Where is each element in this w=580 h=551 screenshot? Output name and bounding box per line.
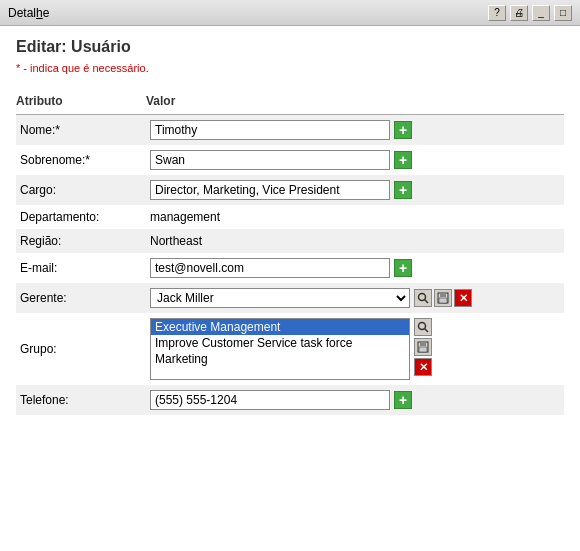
maximize-button[interactable]: □	[554, 5, 572, 21]
title-bar: Detalhe ? 🖨 _ □	[0, 0, 580, 26]
search-icon	[417, 292, 429, 304]
grupo-icon-group: ✕	[414, 318, 432, 376]
gerente-search-button[interactable]	[414, 289, 432, 307]
regiao-value: Northeast	[150, 234, 202, 248]
label-gerente: Gerente:	[16, 283, 146, 313]
gerente-icon-group: ✕	[414, 289, 472, 307]
help-button[interactable]: ?	[488, 5, 506, 21]
nome-plus-button[interactable]: +	[394, 121, 412, 139]
title-bar-buttons: ? 🖨 _ □	[488, 5, 572, 21]
table-header-row: Atributo Valor	[16, 90, 564, 115]
list-item[interactable]: Marketing	[151, 351, 409, 367]
row-sobrenome: Sobrenome:* +	[16, 145, 564, 175]
svg-line-1	[425, 300, 429, 304]
row-cargo: Cargo: +	[16, 175, 564, 205]
grupo-listbox[interactable]: Executive Management Improve Customer Se…	[150, 318, 410, 380]
row-regiao: Região: Northeast	[16, 229, 564, 253]
svg-line-6	[425, 329, 429, 333]
nome-field-group: +	[150, 120, 560, 140]
svg-rect-8	[420, 342, 426, 346]
sobrenome-plus-button[interactable]: +	[394, 151, 412, 169]
grupo-delete-button[interactable]: ✕	[414, 358, 432, 376]
grupo-save-button[interactable]	[414, 338, 432, 356]
value-col-nome: +	[146, 115, 564, 146]
label-cargo: Cargo:	[16, 175, 146, 205]
header-attribute: Atributo	[16, 90, 146, 115]
gerente-select[interactable]: Jack Miller	[150, 288, 410, 308]
label-regiao: Região:	[16, 229, 146, 253]
svg-point-5	[419, 323, 426, 330]
departamento-value: management	[150, 210, 220, 224]
email-plus-button[interactable]: +	[394, 259, 412, 277]
row-grupo: Grupo: Executive Management Improve Cust…	[16, 313, 564, 385]
label-telefone: Telefone:	[16, 385, 146, 415]
email-field-group: +	[150, 258, 560, 278]
row-gerente: Gerente: Jack Miller	[16, 283, 564, 313]
minimize-button[interactable]: _	[532, 5, 550, 21]
cargo-plus-button[interactable]: +	[394, 181, 412, 199]
gerente-save-button[interactable]	[434, 289, 452, 307]
value-col-telefone: +	[146, 385, 564, 415]
telefone-plus-button[interactable]: +	[394, 391, 412, 409]
telefone-input[interactable]	[150, 390, 390, 410]
label-sobrenome: Sobrenome:*	[16, 145, 146, 175]
value-col-sobrenome: +	[146, 145, 564, 175]
svg-rect-3	[440, 293, 446, 297]
form-table: Atributo Valor Nome:* + Sobrenome:* +	[16, 90, 564, 415]
telefone-field-group: +	[150, 390, 560, 410]
list-item[interactable]: Executive Management	[151, 319, 409, 335]
value-col-grupo: Executive Management Improve Customer Se…	[146, 313, 564, 385]
nome-input[interactable]	[150, 120, 390, 140]
svg-point-0	[419, 294, 426, 301]
row-nome: Nome:* +	[16, 115, 564, 146]
row-email: E-mail: +	[16, 253, 564, 283]
search-icon	[417, 321, 429, 333]
label-email: E-mail:	[16, 253, 146, 283]
cargo-input[interactable]	[150, 180, 390, 200]
title-bar-text: Detalhe	[8, 6, 49, 20]
email-input[interactable]	[150, 258, 390, 278]
grupo-field-group: Executive Management Improve Customer Se…	[150, 318, 560, 380]
svg-rect-4	[439, 298, 447, 303]
cargo-field-group: +	[150, 180, 560, 200]
value-col-gerente: Jack Miller	[146, 283, 564, 313]
save-icon	[417, 341, 429, 353]
label-departamento: Departamento:	[16, 205, 146, 229]
row-departamento: Departamento: management	[16, 205, 564, 229]
header-value: Valor	[146, 90, 564, 115]
value-col-cargo: +	[146, 175, 564, 205]
label-nome: Nome:*	[16, 115, 146, 146]
value-col-departamento: management	[146, 205, 564, 229]
list-item[interactable]: Improve Customer Service task force	[151, 335, 409, 351]
required-note: * - indica que é necessário.	[16, 62, 564, 74]
value-col-email: +	[146, 253, 564, 283]
svg-rect-9	[419, 347, 427, 352]
value-col-regiao: Northeast	[146, 229, 564, 253]
sobrenome-field-group: +	[150, 150, 560, 170]
main-content: Editar: Usuário * - indica que é necessá…	[0, 26, 580, 427]
print-button[interactable]: 🖨	[510, 5, 528, 21]
gerente-delete-button[interactable]: ✕	[454, 289, 472, 307]
sobrenome-input[interactable]	[150, 150, 390, 170]
row-telefone: Telefone: +	[16, 385, 564, 415]
page-title: Editar: Usuário	[16, 38, 564, 56]
save-icon	[437, 292, 449, 304]
grupo-search-button[interactable]	[414, 318, 432, 336]
label-grupo: Grupo:	[16, 313, 146, 385]
gerente-field-group: Jack Miller	[150, 288, 560, 308]
